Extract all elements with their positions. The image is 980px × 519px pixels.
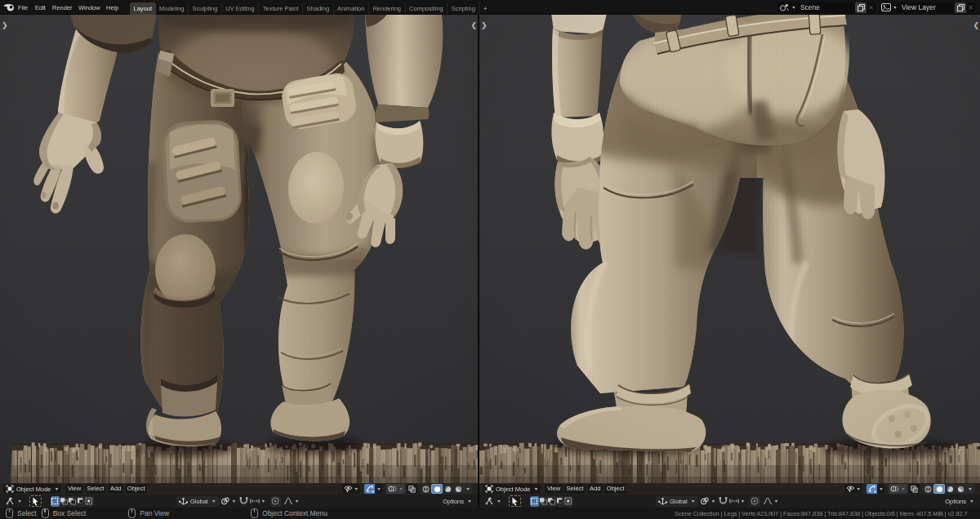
- svg-text:❮: ❮: [470, 21, 477, 30]
- svg-text:❯: ❯: [2, 21, 8, 30]
- svg-text:❮: ❮: [973, 21, 979, 30]
- svg-text:❯: ❯: [481, 21, 488, 30]
